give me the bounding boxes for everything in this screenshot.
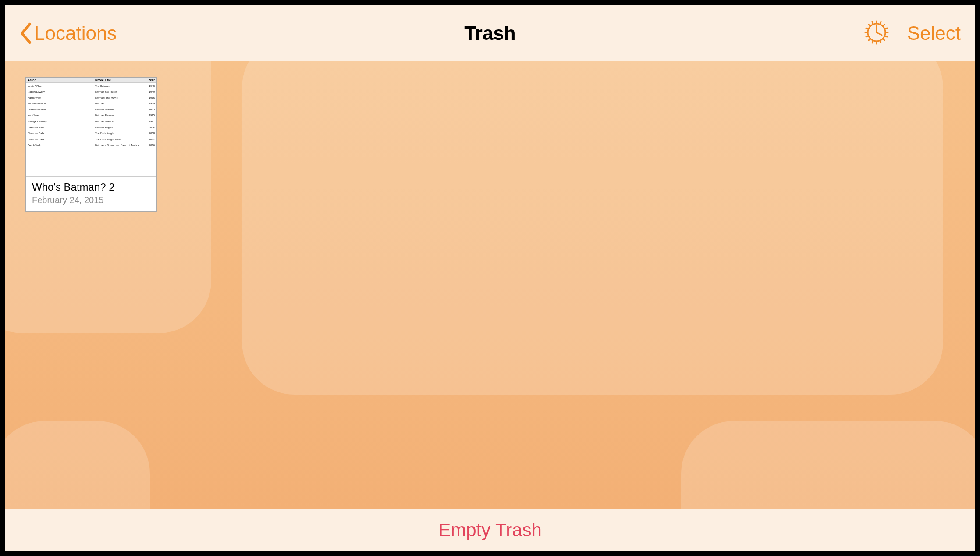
thumb-row: Lewis WilsonThe Batman1943 [26, 83, 156, 89]
thumb-row: Robert LoweryBatman and Robin1949 [26, 89, 156, 95]
document-meta: Who's Batman? 2 February 24, 2015 [26, 176, 156, 211]
toolbar: Empty Trash [5, 509, 975, 551]
thumb-column-header: Year [142, 78, 155, 82]
thumb-row: Christian BaleThe Dark Knight2008 [26, 131, 156, 137]
svg-line-7 [868, 39, 870, 40]
svg-line-12 [880, 41, 881, 43]
thumb-row: Michael KeatonBatman1989 [26, 101, 156, 107]
thumb-row: George ClooneyBatman & Robin1997 [26, 119, 156, 125]
svg-line-16 [885, 36, 887, 37]
select-button[interactable]: Select [907, 22, 961, 44]
svg-line-13 [866, 28, 868, 29]
svg-line-10 [880, 22, 881, 24]
empty-trash-button[interactable]: Empty Trash [438, 520, 542, 541]
chevron-left-icon [19, 22, 32, 44]
navigation-bar: Locations Trash [5, 5, 975, 61]
page-title: Trash [464, 22, 515, 44]
thumb-row: Adam WestBatman: The Movie1966 [26, 95, 156, 101]
svg-line-6 [883, 39, 884, 40]
document-date: February 24, 2015 [32, 195, 150, 205]
thumb-row: Michael KeatonBatman Returns1992 [26, 107, 156, 113]
settings-button[interactable] [864, 20, 889, 46]
svg-line-11 [872, 41, 873, 43]
document-title: Who's Batman? 2 [32, 181, 150, 193]
gear-icon [864, 20, 889, 45]
svg-line-15 [885, 28, 887, 29]
back-button-label: Locations [34, 22, 117, 44]
thumb-column-header: Actor [28, 78, 95, 82]
svg-line-8 [883, 24, 884, 26]
document-card[interactable]: Actor Movie Title Year Lewis WilsonThe B… [25, 77, 157, 212]
document-thumbnail: Actor Movie Title Year Lewis WilsonThe B… [26, 78, 156, 176]
thumb-row: Val KilmerBatman Forever1995 [26, 113, 156, 119]
back-button[interactable]: Locations [19, 22, 117, 44]
thumb-row: Ben AffleckBatman v Superman: Dawn of Ju… [26, 143, 156, 149]
content-area: Actor Movie Title Year Lewis WilsonThe B… [5, 61, 975, 509]
svg-line-14 [866, 36, 868, 37]
svg-line-5 [868, 24, 870, 26]
thumb-column-header: Movie Title [95, 78, 142, 82]
svg-line-9 [872, 22, 873, 24]
thumb-row: Christian BaleThe Dark Knight Rises2012 [26, 136, 156, 143]
svg-line-18 [877, 32, 882, 35]
thumb-row: Christian BaleBatman Begins2005 [26, 125, 156, 131]
